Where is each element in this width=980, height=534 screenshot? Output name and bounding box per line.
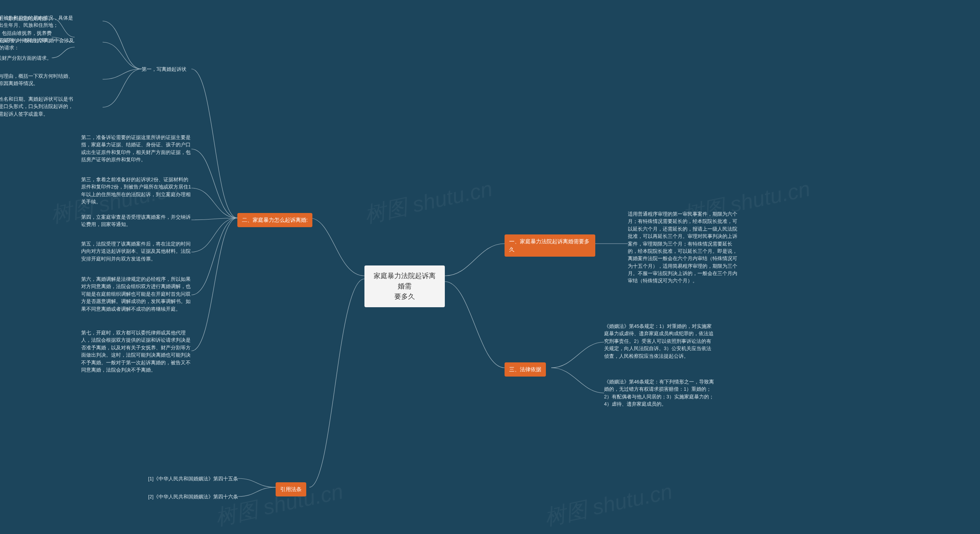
branch-2-step-6: 第六，离婚调解是法律规定的必经程序，所以如果对方同意离婚，法院会组织双方进行离婚… [81, 276, 191, 313]
branch-2-step-3: 第三，拿着之前准备好的起诉状2份、证据材料的原件和复印件2份，到被告户籍所在地或… [81, 176, 191, 206]
branch-2-step-2: 第二，准备诉讼需要的证据这里所讲的证据主要是指，家庭暴力证据、结婚证、身份证、孩… [81, 134, 191, 164]
watermark: 树图 shutu.cn [362, 175, 495, 230]
branch-1[interactable]: 一、家庭暴力法院起诉离婚需要多 久 [505, 234, 595, 257]
branch-ref[interactable]: 引用法条 [276, 482, 306, 496]
branch-2-step-7: 第七，开庭时，双方都可以委托律师或其他代理人，法院会根据双方提供的证据和诉讼请求… [81, 329, 191, 374]
writ2-req-2: 2、有关孩子的抚养问题，包括由谁抚养，抚养费的多少以及探望孩子的时间和方式等； [0, 30, 52, 45]
writ2-req-3: 3、有关财产分割方面的请求。 [0, 55, 52, 62]
step1-writ-3: （三）书写事实与理由，概括一下双方何时结婚、何时生子、因何原因离婚等情况。 [0, 73, 75, 88]
center-topic-label: 家庭暴力法院起诉离婚需 要多久 [374, 272, 436, 300]
branch-1-detail: 适用普通程序审理的第一审民事案件，期限为六个月；有特殊情况需要延长的，经本院院长… [628, 211, 738, 285]
branch-2-step-5: 第五，法院受理了该离婚案件后，将在法定的时间内向对方送达起诉状副本、证据及其他材… [81, 241, 191, 263]
branch-2-step-1: 第一，写离婚起诉状 [142, 66, 193, 73]
ref-1: [1]《中华人民共和国婚姻法》第四十五条 [135, 475, 238, 483]
center-topic[interactable]: 家庭暴力法院起诉离婚需 要多久 [364, 265, 445, 307]
branch-ref-label: 引用法条 [280, 486, 302, 492]
branch-3[interactable]: 三、法律依据 [505, 362, 546, 377]
connector-layer [0, 0, 980, 534]
writ2-req-1: 1、请求法院判决离婚； [0, 15, 52, 23]
branch-2-label: 二、家庭暴力怎么起诉离婚: [242, 217, 308, 223]
step1-writ-4: （四）具状人的姓名和日期。离婚起诉状可以是书面形式，也可以是口头形式，口头到法院… [0, 96, 75, 118]
branch-3-item-1: 《婚姻法》第45条规定：1）对重婚的，对实施家庭暴力或虐待、遗弃家庭成员构成犯罪… [604, 323, 714, 360]
branch-3-item-2: 《婚姻法》第46条规定：有下列情形之一，导致离婚的，无过错方有权请求损害赔偿：1… [604, 378, 714, 408]
branch-3-label: 三、法律依据 [509, 366, 541, 372]
ref-2: [2]《中华人民共和国婚姻法》第四十六条 [135, 493, 238, 501]
branch-2[interactable]: 二、家庭暴力怎么起诉离婚: [237, 213, 312, 227]
watermark: 树图 shutu.cn [542, 477, 675, 533]
branch-2-step-4: 第四，立案庭审查是否受理该离婚案件，并交纳诉讼费用，回家等通知。 [81, 214, 191, 229]
branch-1-label: 一、家庭暴力法院起诉离婚需要多 久 [509, 238, 590, 252]
